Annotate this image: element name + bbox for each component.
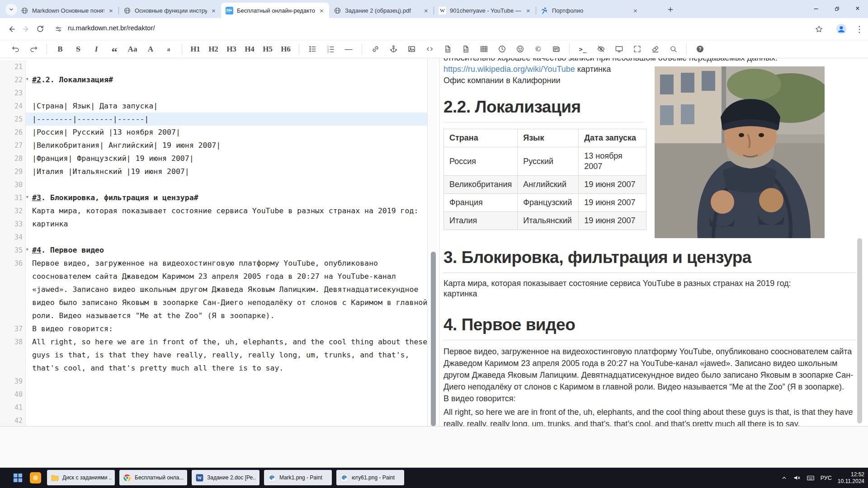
tab-close-icon[interactable]: × [210,7,217,14]
ordered-list-button[interactable]: 123 [322,42,339,56]
pinned-app-icon[interactable] [30,472,41,483]
preview-toggle-button[interactable] [593,42,609,56]
editor-line-33[interactable]: 33картинка [0,217,427,230]
minimize-button[interactable]: – [806,0,826,17]
editor-line-39[interactable]: 39 [0,375,427,388]
editor-line-wrap[interactable]: сооснователем сайта Джаведом Каримом 23 … [0,270,427,283]
inline-code-button[interactable] [421,42,438,56]
taskbar-button-5[interactable]: юту61.png - Paint [336,470,404,485]
editor-line-41[interactable]: 41 [0,401,427,414]
eraser-button[interactable] [647,42,663,56]
url-text[interactable]: ru.markdown.net.br/redaktor/ [68,24,155,32]
editor-scrollbar-thumb[interactable] [431,252,436,426]
taskbar-button-1[interactable]: Диск с заданиями ... [47,470,115,485]
editor-line-29[interactable]: 29|Италия |Итальянский |19 июня 2007| [0,165,427,178]
close-window-button[interactable]: × [847,0,868,17]
h4-button[interactable]: H4 [241,42,258,56]
reload-button[interactable] [34,23,46,35]
editor-line-wrap[interactable]: that's cool, and that's pretty much all … [0,361,427,375]
language-indicator[interactable]: РУС [821,475,832,481]
editor-line-32[interactable]: 32Карта мира, которая показывает состоян… [0,204,427,217]
editor-line-22[interactable]: 22▼#2.2. Локализация# [0,73,427,86]
browser-tab-4[interactable]: Задание 2 (образец).pdf× [329,3,434,18]
table-button[interactable] [476,42,492,56]
bold-button[interactable]: B [52,42,68,56]
terminal-button[interactable]: >_ [575,42,591,56]
browser-tab-1[interactable]: Markdown Основные понятия× [16,3,118,18]
h3-button[interactable]: H3 [223,42,240,56]
editor-line-28[interactable]: 28|Франция| Французский| 19 июня 2007| [0,152,427,165]
font-case-button[interactable]: Aa [124,42,141,56]
editor-line-23[interactable]: 23 [0,86,427,99]
image-button[interactable] [403,42,420,56]
volume-icon[interactable] [793,474,801,482]
editor-line-36[interactable]: 36Первое видео, загруженное на видеохост… [0,257,427,270]
editor-line-27[interactable]: 27|Великобритания| Английский| 19 июня 2… [0,139,427,152]
browser-menu-icon[interactable]: ⋮ [854,23,865,35]
help-button[interactable]: ? [692,42,708,56]
h6-button[interactable]: H6 [278,42,294,56]
editor-line-21[interactable]: 21 [0,60,427,73]
browser-tab-3[interactable]: Бесплатный онлайн-редактор× [221,3,329,18]
browser-tab-6[interactable]: Портфолио× [536,3,643,18]
anchor-button[interactable] [385,42,401,56]
search-button[interactable] [665,42,681,56]
wikipedia-link[interactable]: https://ru.wikipedia.org/wiki/YouTube [443,65,575,74]
browser-tab-2[interactable]: Основные функции инструме× [119,3,221,18]
editor-line-37[interactable]: 37В видео говорится: [0,322,427,335]
h5-button[interactable]: H5 [259,42,276,56]
tray-chevron-up-icon[interactable] [781,475,787,481]
bookmark-star-icon[interactable] [813,23,825,35]
taskbar-button-2[interactable]: Бесплатный онла... [119,470,187,485]
editor-line-42[interactable]: 42 [0,414,427,427]
strikethrough-button[interactable]: S [70,42,86,56]
bullet-list-button[interactable] [304,42,321,56]
preview-scrollbar-thumb[interactable] [857,238,862,423]
touch-keyboard-icon[interactable] [807,474,815,482]
h2-button[interactable]: H2 [205,42,222,56]
editor-line-wrap[interactable]: роли. Видео называется "Me at the Zoo" (… [0,309,427,322]
fold-arrow-icon[interactable]: ▼ [26,247,28,252]
editor-line-34[interactable]: 34 [0,230,427,244]
browser-tab-5[interactable]: W901cherryave - YouTube — Вик× [434,3,536,18]
taskbar-clock[interactable]: 12:52 10.11.2024 [838,471,864,485]
fold-arrow-icon[interactable]: ▼ [26,195,28,199]
forward-button[interactable] [20,23,32,35]
uppercase-button[interactable]: A [142,42,159,56]
editor-line-wrap[interactable]: «jawed». Записано видео школьным другом … [0,283,427,296]
editor-line-26[interactable]: 26|Россия| Русский |13 ноября 2007| [0,126,427,139]
new-tab-button[interactable] [665,4,676,15]
redo-button[interactable] [25,42,42,56]
editor-line-40[interactable]: 40 [0,388,427,401]
markdown-source-editor[interactable]: 21 22▼#2.2. Локализация#23 24|Страна| Яз… [0,58,427,428]
tab-close-icon[interactable]: × [524,7,532,14]
link-button[interactable] [367,42,383,56]
lowercase-button[interactable]: a [160,42,177,56]
editor-line-30[interactable]: 30 [0,178,427,191]
newspaper-button[interactable] [548,42,564,56]
site-info-icon[interactable] [52,23,64,35]
fold-arrow-icon[interactable]: ▼ [26,77,28,81]
editor-line-38[interactable]: 38All right, so here we are in front of … [0,335,427,348]
tab-close-icon[interactable]: × [107,7,115,14]
horizontal-rule-button[interactable]: — [340,42,357,56]
taskbar-button-3[interactable]: WЗадание 2.doc [Ре... [192,470,259,485]
taskbar-button-4[interactable]: Mark1.png - Paint [264,470,332,485]
quote-button[interactable]: “ [106,42,123,56]
editor-line-wrap[interactable]: guys is that, is that they have really, … [0,348,427,361]
h1-button[interactable]: H1 [187,42,203,56]
copyright-button[interactable]: © [530,42,546,56]
tab-close-icon[interactable]: × [318,7,326,14]
start-button[interactable] [13,473,23,483]
fullscreen-button[interactable] [629,42,645,56]
tab-close-icon[interactable]: × [632,7,639,14]
editor-line-24[interactable]: 24|Страна| Язык| Дата запуска| [0,99,427,113]
tab-close-icon[interactable]: × [422,7,430,14]
emoji-button[interactable] [512,42,528,56]
editor-line-wrap[interactable]: видео было записано Яковым в зоопарке Са… [0,296,427,309]
back-button[interactable] [5,23,17,35]
code-file-button[interactable] [439,42,456,56]
undo-button[interactable] [7,42,24,56]
profile-avatar[interactable] [835,23,847,35]
editor-line-31[interactable]: 31▼#3. Блокировка, фильтрация и цензура# [0,191,427,204]
